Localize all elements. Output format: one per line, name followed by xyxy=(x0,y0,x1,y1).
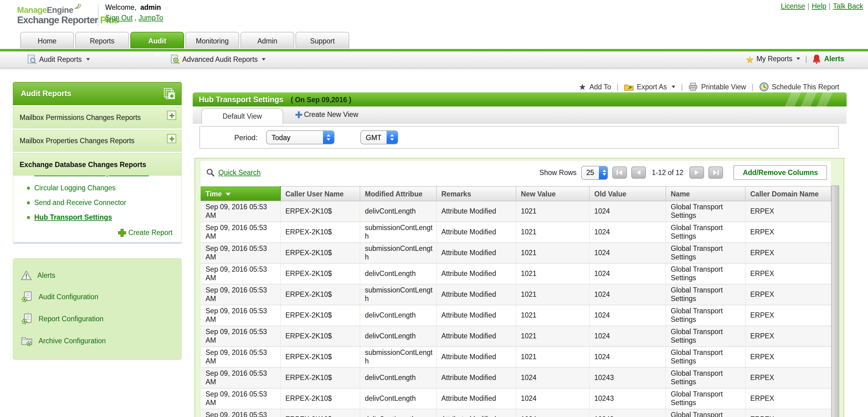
previous-page-icon xyxy=(637,170,640,175)
printable-view-button[interactable]: Printable View xyxy=(688,82,746,92)
cell-old-value: 1024 xyxy=(589,263,665,284)
view-tabs-strip: Default View Create New View xyxy=(193,107,846,124)
cell-new-value: 1021 xyxy=(516,222,589,243)
cell-remarks: Attribute Modified xyxy=(436,409,516,417)
add-to-button[interactable]: ★ Add To xyxy=(579,83,611,91)
add-to-star-icon: ★ xyxy=(579,83,586,91)
cell-new-value: 1021 xyxy=(516,201,589,222)
main-content: ★ Add To | Export As | Printable View | … xyxy=(0,0,868,417)
cell-old-value: 1024 xyxy=(589,284,665,305)
cell-modified-attribute: delivContLength xyxy=(360,409,436,417)
add-remove-columns-button[interactable]: Add/Remove Columns xyxy=(734,165,827,180)
export-as-button[interactable]: Export As xyxy=(624,82,675,92)
column-header-old-value[interactable]: Old Value xyxy=(589,186,665,201)
cell-old-value: 1024 xyxy=(589,305,665,326)
cell-new-value: 1024 xyxy=(516,388,589,409)
quick-search-button[interactable]: Quick Search xyxy=(206,168,260,177)
show-rows-select[interactable]: 25 xyxy=(581,166,608,180)
cell-modified-attribute: delivContLength xyxy=(360,326,436,347)
report-table: Time Caller User Name Modified Attribue … xyxy=(200,186,831,417)
grid-toolbar: Quick Search Show Rows 25 1-12 of 12 xyxy=(200,161,831,184)
column-header-time[interactable]: Time xyxy=(200,186,280,201)
last-page-button[interactable] xyxy=(709,167,723,179)
cell-time: Sep 09, 2016 05:53 AM xyxy=(200,347,280,367)
cell-caller-user-name: ERPEX-2K10$ xyxy=(280,367,360,388)
table-header-row: Time Caller User Name Modified Attribue … xyxy=(200,186,831,201)
period-label: Period: xyxy=(234,133,257,142)
next-page-button[interactable] xyxy=(690,167,704,179)
cell-remarks: Attribute Modified xyxy=(436,222,516,243)
period-select[interactable]: Today xyxy=(266,130,335,144)
previous-page-button[interactable] xyxy=(631,167,646,179)
column-header-modified-attribute[interactable]: Modified Attribue xyxy=(360,186,436,201)
chevron-down-icon xyxy=(672,86,676,88)
export-icon xyxy=(624,82,634,92)
search-icon xyxy=(206,168,215,177)
cell-caller-user-name: ERPEX-2K10$ xyxy=(280,243,360,263)
cell-remarks: Attribute Modified xyxy=(436,326,516,347)
cell-remarks: Attribute Modified xyxy=(436,305,516,326)
cell-name: Global Transport Settings xyxy=(665,263,745,284)
cell-time: Sep 09, 2016 05:53 AM xyxy=(200,305,280,326)
table-row[interactable]: Sep 09, 2016 05:53 AM ERPEX-2K10$ delivC… xyxy=(200,305,831,326)
cell-old-value: 10243 xyxy=(589,409,665,417)
cell-caller-user-name: ERPEX-2K10$ xyxy=(280,409,360,417)
column-header-remarks[interactable]: Remarks xyxy=(436,186,516,201)
table-row[interactable]: Sep 09, 2016 05:53 AM ERPEX-2K10$ delivC… xyxy=(200,409,831,417)
column-header-name[interactable]: Name xyxy=(665,186,745,201)
column-header-caller-domain-name[interactable]: Caller Domain Name xyxy=(745,186,831,201)
cell-time: Sep 09, 2016 05:53 AM xyxy=(200,284,280,305)
report-toolbar: ★ Add To | Export As | Printable View | … xyxy=(579,82,839,92)
table-row[interactable]: Sep 09, 2016 05:53 AM ERPEX-2K10$ delivC… xyxy=(200,367,831,388)
schedule-clock-icon xyxy=(759,82,769,92)
cell-caller-domain-name: ERPEX xyxy=(745,409,831,417)
cell-remarks: Attribute Modified xyxy=(436,263,516,284)
cell-old-value: 1024 xyxy=(589,222,665,243)
cell-caller-user-name: ERPEX-2K10$ xyxy=(280,305,360,326)
cell-remarks: Attribute Modified xyxy=(436,367,516,388)
table-row[interactable]: Sep 09, 2016 05:53 AM ERPEX-2K10$ delivC… xyxy=(200,263,831,284)
cell-remarks: Attribute Modified xyxy=(436,201,516,222)
cell-name: Global Transport Settings xyxy=(665,222,745,243)
cell-new-value: 1021 xyxy=(516,263,589,284)
cell-caller-domain-name: ERPEX xyxy=(745,305,831,326)
printer-icon xyxy=(688,82,698,92)
table-row[interactable]: Sep 09, 2016 05:53 AM ERPEX-2K10$ submis… xyxy=(200,222,831,243)
cell-caller-domain-name: ERPEX xyxy=(745,347,831,367)
table-row[interactable]: Sep 09, 2016 05:53 AM ERPEX-2K10$ delivC… xyxy=(200,201,831,222)
tab-default-view[interactable]: Default View xyxy=(201,108,283,124)
cell-modified-attribute: delivContLength xyxy=(360,263,436,284)
column-header-caller-user-name[interactable]: Caller User Name xyxy=(280,186,360,201)
cell-old-value: 1024 xyxy=(589,243,665,263)
show-rows-label: Show Rows xyxy=(539,169,577,176)
create-new-view-button[interactable]: Create New View xyxy=(296,111,358,118)
cell-modified-attribute: submissionContLength xyxy=(360,243,436,263)
schedule-report-button[interactable]: Schedule This Report xyxy=(759,82,839,92)
table-row[interactable]: Sep 09, 2016 05:53 AM ERPEX-2K10$ submis… xyxy=(200,347,831,367)
cell-caller-user-name: ERPEX-2K10$ xyxy=(280,347,360,367)
cell-new-value: 1021 xyxy=(516,305,589,326)
table-row[interactable]: Sep 09, 2016 05:53 AM ERPEX-2K10$ delivC… xyxy=(200,388,831,409)
cell-caller-user-name: ERPEX-2K10$ xyxy=(280,326,360,347)
cell-name: Global Transport Settings xyxy=(665,284,745,305)
cell-remarks: Attribute Modified xyxy=(436,243,516,263)
create-new-view-plus-icon xyxy=(296,111,302,118)
table-row[interactable]: Sep 09, 2016 05:53 AM ERPEX-2K10$ submis… xyxy=(200,243,831,263)
cell-old-value: 1024 xyxy=(589,326,665,347)
timezone-select[interactable]: GMT xyxy=(360,130,398,144)
table-row[interactable]: Sep 09, 2016 05:53 AM ERPEX-2K10$ delivC… xyxy=(200,326,831,347)
first-page-button[interactable] xyxy=(612,167,627,179)
exchange-reporter-plus-app: ManageEngine Exchange Reporter Plus Welc… xyxy=(0,0,868,417)
cell-remarks: Attribute Modified xyxy=(436,388,516,409)
cell-new-value: 1024 xyxy=(516,409,589,417)
cell-time: Sep 09, 2016 05:53 AM xyxy=(200,243,280,263)
period-filter-box: Period: Today GMT xyxy=(199,126,839,149)
table-row[interactable]: Sep 09, 2016 05:53 AM ERPEX-2K10$ submis… xyxy=(200,284,831,305)
cell-new-value: 1021 xyxy=(516,284,589,305)
report-title-bar: Hub Transport Settings ( On Sep 09,2016 … xyxy=(193,92,846,107)
cell-caller-user-name: ERPEX-2K10$ xyxy=(280,201,360,222)
cell-modified-attribute: submissionContLength xyxy=(360,347,436,367)
column-header-new-value[interactable]: New Value xyxy=(516,186,589,201)
cell-modified-attribute: submissionContLength xyxy=(360,284,436,305)
vertical-scrollbar[interactable] xyxy=(831,185,839,417)
